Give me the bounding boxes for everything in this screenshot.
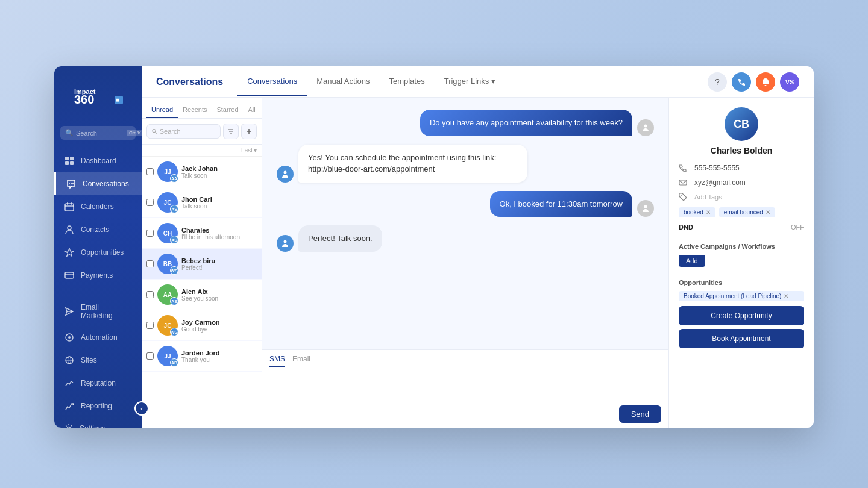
card-icon	[64, 270, 75, 281]
dnd-label: DND	[679, 224, 693, 231]
conv-item[interactable]: JJ AB Jorden Jord Thank you	[142, 341, 262, 372]
sidebar-item-payments[interactable]: Payments	[54, 264, 142, 287]
conv-item[interactable]: JJ AA Jack Johan Talk soon	[142, 157, 262, 187]
nav-divider	[64, 292, 132, 292]
tab-manual-actions[interactable]: Manual Actions	[307, 67, 379, 96]
sidebar-nav: Dashboard Conversations	[54, 149, 142, 418]
conv-checkbox[interactable]	[146, 199, 154, 206]
tab-trigger-links[interactable]: Trigger Links ▾	[435, 67, 506, 96]
svg-point-35	[681, 195, 682, 196]
dnd-value: OFF	[791, 224, 804, 231]
sidebar-item-sites[interactable]: Sites	[54, 349, 142, 372]
conv-info: Jhon Carl Talk soon	[181, 196, 257, 210]
conv-info: Jack Johan Talk soon	[181, 165, 257, 179]
avatar: JJ AB	[157, 346, 178, 366]
sidebar-item-reporting[interactable]: Reporting	[54, 395, 142, 418]
sidebar-item-label: Payments	[81, 271, 113, 280]
conv-item[interactable]: CH AS Charales I'll be in this afternoon	[142, 218, 262, 249]
sidebar-item-label: Calenders	[81, 202, 114, 211]
sidebar-item-label: Email Marketing	[81, 303, 132, 320]
conv-tab-unread[interactable]: Unread	[146, 102, 178, 118]
conv-tab-recents[interactable]: Recents	[178, 102, 212, 118]
conv-item[interactable]: AA AS Alen Aix See you soon	[142, 280, 262, 310]
send-button[interactable]: Send	[619, 405, 661, 423]
message-avatar	[637, 200, 654, 217]
conv-info: Jorden Jord Thank you	[181, 349, 257, 363]
avatar: JC AS	[157, 192, 178, 213]
conv-item[interactable]: BB WS Bebez biru Perfect!	[142, 249, 262, 280]
tab-conversations[interactable]: Conversations	[237, 67, 307, 96]
sidebar-item-calendars[interactable]: Calenders	[54, 195, 142, 218]
sidebar-item-label: Contacts	[81, 225, 109, 234]
settings-icon	[64, 424, 74, 428]
sidebar-collapse-button[interactable]: ‹	[134, 401, 149, 416]
sidebar-item-conversations[interactable]: Conversations	[54, 172, 142, 195]
conv-preview: Perfect!	[181, 264, 257, 271]
opportunity-remove-button[interactable]: ✕	[784, 293, 788, 299]
sidebar-search-input[interactable]	[76, 130, 124, 137]
message-avatar	[277, 235, 294, 252]
conv-list: JJ AA Jack Johan Talk soon JC AS	[142, 157, 262, 428]
avatar: BB WS	[157, 254, 178, 274]
conv-checkbox[interactable]	[146, 291, 154, 298]
tag-email-bounced: email bounced ✕	[719, 207, 775, 217]
conv-filter-button[interactable]	[223, 124, 239, 139]
conv-preview: Talk soon	[181, 203, 257, 210]
tab-sms[interactable]: SMS	[269, 355, 285, 367]
conv-name: Joy Carmon	[181, 319, 257, 326]
conv-checkbox[interactable]	[146, 322, 154, 329]
search-icon	[152, 128, 157, 134]
notifications-button[interactable]	[756, 72, 775, 92]
tag-remove-button[interactable]: ✕	[706, 209, 711, 216]
tab-templates[interactable]: Templates	[379, 67, 434, 96]
sidebar-search[interactable]: 🔍 Ctrl/K	[60, 126, 136, 140]
sidebar-item-dashboard[interactable]: Dashboard	[54, 149, 142, 172]
contact-email: xyz@gmail.com	[694, 178, 746, 187]
sidebar-settings[interactable]: Settings	[54, 418, 142, 428]
conv-tab-all[interactable]: All	[244, 102, 260, 118]
conv-checkbox[interactable]	[146, 168, 154, 175]
conv-search-wrap[interactable]	[146, 124, 221, 139]
tag-remove-button[interactable]: ✕	[766, 209, 770, 216]
book-appointment-button[interactable]: Book Appointment	[679, 329, 804, 348]
conv-preview: I'll be in this afternoon	[181, 234, 257, 240]
conv-sort-row: Last ▾	[142, 145, 262, 157]
svg-rect-4	[65, 157, 69, 160]
conv-item[interactable]: JC AS Jhon Carl Talk soon	[142, 187, 262, 218]
conv-checkbox[interactable]	[146, 352, 154, 360]
settings-label: Settings	[80, 424, 105, 428]
sidebar-item-contacts[interactable]: Contacts	[54, 218, 142, 241]
conv-checkbox[interactable]	[146, 230, 154, 237]
help-button[interactable]: ?	[708, 72, 727, 92]
sidebar-item-label: Opportunities	[81, 248, 124, 257]
add-tags-input[interactable]: Add Tags	[694, 193, 722, 201]
svg-point-8	[69, 183, 70, 184]
conv-compose-button[interactable]	[241, 124, 257, 139]
conv-item[interactable]: JC WG Joy Carmon Good bye	[142, 310, 262, 341]
phone-icon	[679, 164, 690, 172]
calendar-icon	[64, 201, 75, 212]
add-campaign-button[interactable]: Add	[679, 255, 705, 267]
phone-button[interactable]	[732, 72, 751, 92]
chat-textarea[interactable]	[269, 371, 661, 401]
sidebar-item-automation[interactable]: Automation	[54, 326, 142, 349]
sidebar-item-opportunities[interactable]: Opportunities	[54, 241, 142, 264]
conv-search-input[interactable]	[160, 128, 215, 135]
svg-point-9	[71, 183, 72, 184]
sidebar-item-reputation[interactable]: Reputation	[54, 372, 142, 395]
sidebar-item-label: Reporting	[81, 402, 112, 410]
tab-email[interactable]: Email	[292, 355, 310, 367]
chat-input-area: SMS Email Send	[262, 349, 668, 428]
sidebar-item-email-marketing[interactable]: Email Marketing	[54, 297, 142, 326]
avatar: JJ AA	[157, 161, 178, 182]
conv-tab-starred[interactable]: Starred	[212, 102, 243, 118]
svg-rect-5	[70, 157, 74, 160]
conv-checkbox[interactable]	[146, 260, 154, 267]
svg-point-33	[284, 240, 287, 243]
message-bubble: Yes! You can schedule the appointment us…	[298, 145, 527, 183]
opportunity-tag: Booked Appointment (Lead Pipeline) ✕	[679, 291, 804, 301]
create-opportunity-button[interactable]: Create Opportunity	[679, 306, 804, 325]
avatar-badge: WS	[170, 266, 178, 275]
opportunities-section-header: Opportunities	[679, 279, 804, 286]
user-avatar-button[interactable]: VS	[780, 72, 799, 92]
